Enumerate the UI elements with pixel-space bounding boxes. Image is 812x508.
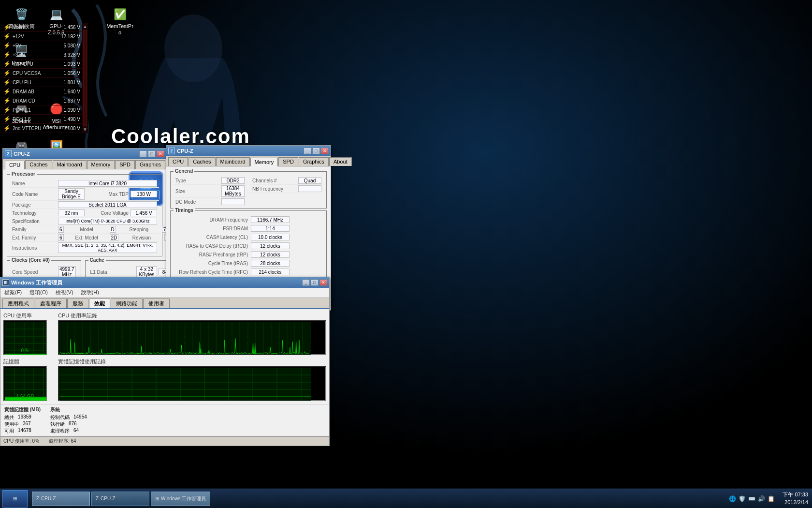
- tab2-memory[interactable]: Memory: [250, 158, 278, 166]
- cpuz1-close[interactable]: ✕: [157, 150, 164, 157]
- proc-name-value: Intel Core i7 3820: [58, 180, 157, 187]
- tm-tab-network[interactable]: 網路功能: [111, 299, 143, 308]
- proc-package-value: Socket 2011 LGA: [58, 201, 157, 208]
- processes-value: 64: [73, 428, 79, 434]
- tab2-about[interactable]: About: [329, 157, 352, 166]
- desktop-icon-memtest[interactable]: ✅ MemTestPro: [103, 5, 136, 38]
- tm-menu-file[interactable]: 檔案(F): [0, 288, 26, 297]
- sensor-name-0: Vcore: [13, 25, 51, 30]
- start-button[interactable]: ⊞: [2, 490, 28, 508]
- cpu-usage-graph: 0 %: [3, 320, 47, 355]
- taskbar-cpuz2-label: CPU-Z: [101, 496, 116, 501]
- tm-menu-options[interactable]: 選項(O): [26, 288, 52, 297]
- cpu-history-graph: [58, 320, 326, 355]
- real-mem-label: 實體記憶體 (MB): [4, 406, 41, 413]
- tm-performance-content: CPU 使用率 0 % CPU 使用率記錄 記憶體 1.64 GB: [0, 309, 329, 404]
- cycle-time-value: 28 clocks: [251, 260, 290, 267]
- sensor-name-1: +12V: [13, 34, 51, 39]
- taskbar-clock[interactable]: 下午 07:33 2012/2/14: [779, 491, 812, 506]
- tm-maximize[interactable]: □: [311, 279, 319, 286]
- tab-spd[interactable]: SPD: [115, 160, 135, 169]
- sensor-name-2: +5V: [13, 43, 51, 48]
- taskbar-cpuz2[interactable]: Z CPU-Z: [91, 492, 149, 506]
- tab2-mainboard[interactable]: Mainboard: [216, 157, 250, 166]
- proc-tech-row: Technology 32 nm Core Voltage 1.456 V: [10, 209, 159, 217]
- sensor-name-6: CPU PLL: [13, 80, 51, 85]
- tm-tab-apps[interactable]: 應用程式: [2, 299, 34, 308]
- tab-cpu[interactable]: CPU: [5, 161, 25, 169]
- tm-menu-view[interactable]: 檢視(V): [52, 288, 77, 297]
- tray-network-icon[interactable]: 🌐: [728, 495, 736, 503]
- ctrl-code-value: 14954: [73, 414, 87, 421]
- mem-channels-value: Quad: [298, 177, 321, 184]
- taskbar-taskmgr[interactable]: ⊞ Windows 工作管理員: [151, 492, 210, 506]
- tab2-caches[interactable]: Caches: [188, 157, 215, 166]
- total-stat-label: 總共: [4, 414, 14, 421]
- scroll-down-btn[interactable]: ▼: [83, 126, 87, 133]
- taskbar-taskmgr-label: Windows 工作管理員: [161, 495, 206, 502]
- sensor-reading-2: ⚡ +5V 5.080 V: [1, 41, 82, 50]
- desktop: Coolaler.com 🗑️ 資源回收筒 💻 GPU-Z.0.5.8 ✅ Me…: [0, 0, 812, 508]
- memtest-icon: ✅: [112, 7, 128, 22]
- cpuz2-maximize[interactable]: □: [312, 148, 320, 154]
- avail-stat-label: 可用: [4, 428, 14, 434]
- cpuz1-title: CPU-Z: [14, 151, 139, 157]
- tm-titlebar[interactable]: ⊞ Windows 工作管理員 _ □ ✕: [0, 277, 329, 288]
- taskbar-cpuz1[interactable]: Z CPU-Z: [32, 492, 90, 506]
- mem-history-graph: [58, 366, 326, 401]
- tab2-graphics[interactable]: Graphics: [299, 157, 329, 166]
- lightning-icon-1: ⚡: [3, 33, 11, 40]
- sensor-reading-1: ⚡ +12V 12.192 V: [1, 32, 82, 41]
- cpuz2-minimize[interactable]: _: [304, 148, 311, 154]
- tab2-cpu[interactable]: CPU: [168, 157, 188, 166]
- tm-menu-help[interactable]: 說明(H): [77, 288, 103, 297]
- tray-volume-icon[interactable]: 🔊: [757, 495, 765, 503]
- cpuz1-minimize[interactable]: _: [139, 150, 147, 157]
- cpuz1-titlebar[interactable]: Z CPU-Z _ □ ✕: [3, 149, 166, 159]
- lightning-icon-4: ⚡: [3, 60, 11, 67]
- memory-general-section: General Type DDR3 Size 16384 MBytes DC M…: [170, 171, 327, 209]
- tm-tab-processes[interactable]: 處理程序: [35, 299, 67, 308]
- tab2-spd[interactable]: SPD: [278, 157, 298, 166]
- sensor-reading-0: ⚡ Vcore 1.456 V: [1, 23, 82, 32]
- mem-usage-graph: 1.64 GB: [3, 366, 47, 401]
- tab-memory[interactable]: Memory: [87, 160, 115, 169]
- tm-minimize[interactable]: _: [302, 279, 310, 286]
- cpuz1-tabs: CPU Caches Mainboard Memory SPD Graphics…: [3, 159, 166, 169]
- tray-keyboard-icon[interactable]: ⌨️: [748, 495, 755, 503]
- lightning-icon-2: ⚡: [3, 42, 11, 49]
- lightning-icon-7: ⚡: [3, 88, 11, 95]
- scroll-up-btn[interactable]: ▲: [83, 23, 87, 30]
- proc-maxtdp-value: 130 W: [130, 191, 157, 197]
- sensor-name-3: +3.3V: [13, 52, 51, 58]
- taskbar-cpuz2-icon: Z: [96, 496, 99, 501]
- tab-graphics[interactable]: Graphics: [135, 160, 165, 169]
- ras-precharge-value: 12 clocks: [251, 251, 290, 258]
- total-stat-value: 16359: [18, 414, 31, 421]
- tm-stats-area: 實體記憶體 (MB) 總共 16359 使用中 367 可用 14678: [0, 404, 329, 436]
- cpuz2-icon: Z: [168, 148, 175, 154]
- tm-statusbar: CPU 使用率: 0% 處理程序: 64: [0, 436, 329, 446]
- fsb-dram-value: 1:14: [251, 225, 290, 232]
- tab-caches[interactable]: Caches: [25, 160, 52, 169]
- tm-tab-performance[interactable]: 效能: [89, 299, 110, 308]
- proc-spec-row: Specification Intel(R) Core(TM) i7-3820 …: [10, 217, 159, 225]
- tm-close[interactable]: ✕: [319, 279, 327, 286]
- lightning-icon-5: ⚡: [3, 70, 11, 76]
- tm-tab-services[interactable]: 服務: [67, 299, 88, 308]
- sensor-value-4: 1.093 V: [51, 61, 80, 67]
- proc-spec-value: Intel(R) Core(TM) i7-3820 CPU @ 3.60GHz: [58, 218, 157, 224]
- proc-extfam-value: 6: [58, 234, 64, 241]
- scroll-track: [83, 30, 87, 126]
- tray-extra-icon[interactable]: 📋: [767, 495, 775, 503]
- cpuz2-close[interactable]: ✕: [321, 148, 329, 154]
- tm-tab-users[interactable]: 使用者: [143, 299, 170, 308]
- cpuz2-titlebar[interactable]: Z CPU-Z _ □ ✕: [166, 146, 331, 156]
- taskbar-taskmgr-icon: ⊞: [155, 496, 159, 501]
- mem-nbfreq-value: [298, 185, 321, 192]
- cpuz1-maximize[interactable]: □: [148, 150, 156, 157]
- tray-security-icon[interactable]: 🛡️: [738, 495, 746, 503]
- tm-status-processes: 處理程序: 64: [49, 438, 76, 445]
- tab-mainboard[interactable]: Mainboard: [53, 160, 87, 169]
- lightning-icon-11: ⚡: [3, 125, 11, 132]
